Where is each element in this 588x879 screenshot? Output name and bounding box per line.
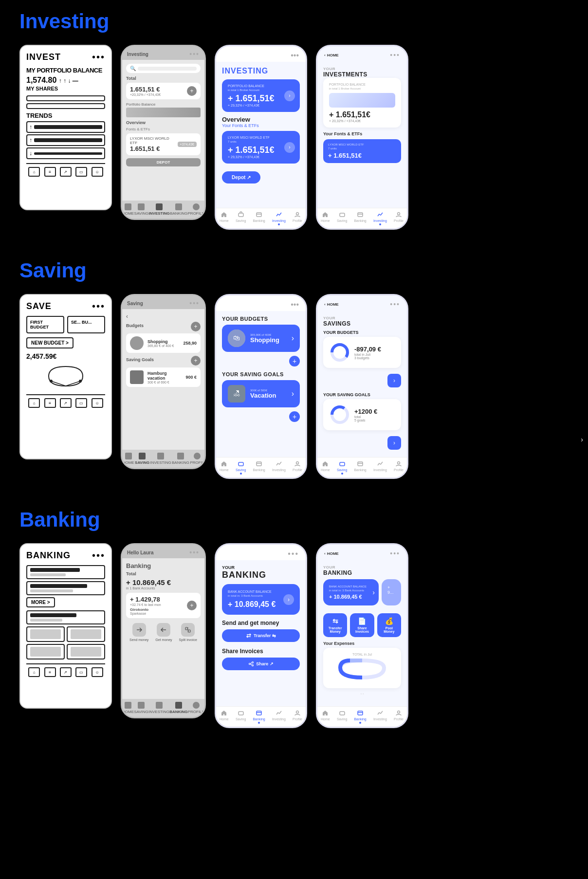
sketch-sav-nav-banking[interactable]: ▭ (75, 398, 87, 408)
sketch-sav-nav-investing[interactable]: ↗ (60, 398, 72, 408)
bank-hifi-nav-banking[interactable]: Banking (253, 710, 265, 724)
mid-nav-profile[interactable]: PROFILE (188, 203, 204, 216)
mid-nav-investing[interactable]: INVESTING (149, 203, 170, 216)
right-nav-investing[interactable]: Investing (373, 211, 387, 225)
budgets-chevron-btn[interactable]: › (387, 374, 401, 387)
banking-split-icon-item[interactable]: Split invoice (179, 623, 197, 641)
sketch-bank-nav-saving[interactable]: ≡ (44, 667, 56, 677)
saving-shopping-arrow[interactable]: › (292, 334, 294, 343)
right-nav-saving[interactable]: Saving (337, 211, 347, 225)
hifi-nav-banking[interactable]: Banking (253, 211, 265, 225)
sketch-sav-nav-saving[interactable]: ≡ (44, 398, 56, 408)
saving-nav-profile[interactable]: PROFIL (190, 453, 204, 465)
bank-right-nav-home[interactable]: Home (321, 710, 330, 724)
sav-hifi-nav-home[interactable]: Home (220, 460, 229, 475)
saving-back-arrow[interactable]: ‹ (126, 313, 201, 320)
sav-right-nav-profile[interactable]: Profile (394, 460, 404, 475)
depot-btn[interactable]: Depot ↗ (222, 171, 260, 183)
sketch-nav-home[interactable]: ⌂ (28, 167, 40, 177)
goals-chevron-btn[interactable]: › (387, 436, 401, 450)
saving-dots-icon[interactable]: ••• (291, 300, 299, 309)
banking-send-icon-item[interactable]: Send money (129, 623, 148, 641)
mid-add-btn[interactable]: + (187, 86, 197, 96)
right-nav-profile[interactable]: Profile (394, 211, 404, 225)
right-etf-amount: + 1.651,51€ (328, 152, 396, 159)
saving-nav-banking[interactable]: BANKING (172, 453, 189, 465)
hifi-nav-profile[interactable]: Profile (293, 211, 302, 225)
bank-right-nav-investing[interactable]: Investing (373, 710, 387, 724)
banking-more-btn[interactable]: MORE > (26, 597, 55, 607)
saving-vacation-arrow[interactable]: › (292, 389, 294, 398)
sav-right-nav-saving[interactable]: Saving (337, 460, 347, 475)
mid-search-bar[interactable]: 🔍 (126, 64, 201, 73)
right-nav-banking[interactable]: Banking (354, 211, 366, 225)
hifi-nav-investing[interactable]: Investing (272, 211, 286, 225)
sketch-bank-nav-investing[interactable]: ↗ (60, 667, 72, 677)
banking-add-btn[interactable]: + (187, 601, 197, 610)
sketch-nav-profile[interactable]: ☺ (92, 167, 103, 177)
saving-back-button[interactable]: ‹ HOME (324, 302, 339, 307)
banking-share-action[interactable]: 📄 Share Invoices (350, 613, 374, 637)
sketch-nav-banking[interactable]: ▭ (75, 167, 87, 177)
banking-share-btn[interactable]: Share ↗ (222, 658, 300, 670)
sketch-bank-nav-home[interactable]: ⌂ (28, 667, 40, 677)
banking-right-card-arrow[interactable]: › (372, 588, 375, 596)
hifi-nav-home[interactable]: Home (220, 211, 229, 225)
bank-right-nav-profile[interactable]: Profile (394, 710, 404, 724)
saving-right-budgets-card: -897,09 € total in Juli 3 budgets (323, 337, 401, 368)
saving-goals-add-btn[interactable]: + (289, 411, 300, 422)
banking-pool-action[interactable]: 💰 Pool Money (377, 613, 401, 637)
sav-hifi-nav-profile[interactable]: Profile (293, 460, 302, 475)
sav-hifi-nav-banking[interactable]: Banking (253, 460, 265, 475)
sav-right-nav-investing[interactable]: Investing (373, 460, 387, 475)
banking-transfer-btn[interactable]: Transfer ⇆ (222, 629, 300, 642)
sketch-new-budget-btn[interactable]: NEW BUDGET > (26, 337, 74, 348)
banking-share-label: Share Invoices (222, 648, 300, 655)
dots-icon[interactable]: ••• (291, 51, 299, 60)
sketch-sav-nav-profile[interactable]: ☺ (92, 398, 103, 408)
bank-nav-investing[interactable]: INVESTING (148, 702, 169, 714)
saving-right-dots[interactable]: ••• (390, 300, 400, 308)
right-topbar-dots[interactable]: ••• (390, 51, 400, 59)
bank-balance-arrow[interactable]: › (283, 594, 294, 605)
mid-nav-banking[interactable]: BANKING (170, 203, 187, 216)
sav-hifi-nav-saving[interactable]: Saving (236, 460, 246, 475)
sketch-bank-nav-profile[interactable]: ☺ (92, 667, 103, 677)
bank-nav-saving[interactable]: SAVING (134, 702, 148, 714)
sketch-bank-nav-banking[interactable]: ▭ (75, 667, 87, 677)
etf-arrow-btn[interactable]: › (284, 142, 295, 153)
saving-nav-investing[interactable]: INVESTING (150, 453, 171, 465)
banking-get-icon-item[interactable]: Get money (155, 623, 172, 641)
banking-right-dots[interactable]: ••• (390, 549, 400, 557)
mid-nav-saving[interactable]: SAVING (134, 203, 149, 216)
back-button[interactable]: ‹ HOME (324, 53, 339, 57)
bank-nav-banking[interactable]: BANKING (169, 702, 187, 714)
mid-depot-btn[interactable]: DEPOT (126, 158, 201, 166)
sav-right-nav-home[interactable]: Home (321, 460, 330, 475)
banking-transfer-action[interactable]: ⇆ Transfer Money (323, 613, 347, 637)
bank-nav-home[interactable]: HOME (122, 702, 134, 714)
banking-back-button[interactable]: ‹ HOME (324, 551, 339, 556)
bank-hifi-nav-profile[interactable]: Profile (293, 710, 302, 724)
sav-right-nav-banking[interactable]: Banking (354, 460, 366, 475)
sav-hifi-nav-investing[interactable]: Investing (272, 460, 286, 475)
right-nav-home[interactable]: Home (321, 211, 330, 225)
bank-hifi-nav-investing[interactable]: Investing (272, 710, 286, 724)
sketch-nav-saving[interactable]: ≡ (44, 167, 56, 177)
hifi-nav-saving[interactable]: Saving (236, 211, 246, 225)
saving-add-goal-btn[interactable]: + (191, 356, 201, 366)
bank-right-nav-banking[interactable]: Banking (354, 710, 366, 724)
saving-nav-home[interactable]: HOME (123, 453, 134, 465)
saving-add-budget-btn[interactable]: + (191, 322, 201, 331)
bank-right-nav-saving[interactable]: Saving (337, 710, 347, 724)
sketch-sav-nav-home[interactable]: ⌂ (28, 398, 40, 408)
sketch-nav-investing[interactable]: ↗ (60, 167, 72, 177)
bank-nav-profile[interactable]: PROFILE (188, 702, 204, 714)
bank-hifi-nav-home[interactable]: Home (220, 710, 229, 724)
mid-nav-home[interactable]: HOME (122, 203, 134, 216)
bank-hifi-nav-saving[interactable]: Saving (236, 710, 246, 724)
banking-dots-icon[interactable]: ••• (288, 549, 299, 558)
saving-add-btn[interactable]: + (289, 356, 300, 366)
saving-nav-saving[interactable]: SAVING (135, 453, 149, 465)
portfolio-arrow-btn[interactable]: › (284, 91, 295, 101)
